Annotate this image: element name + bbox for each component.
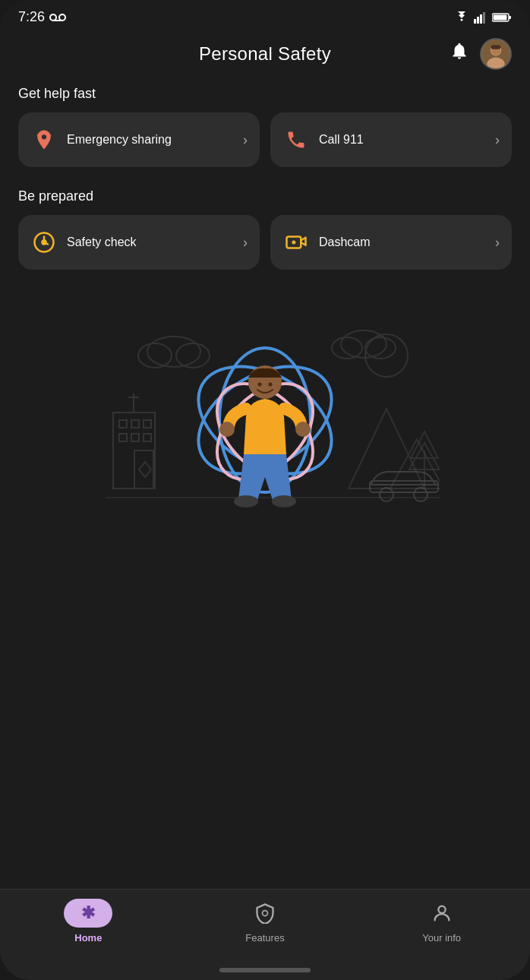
svg-rect-2 xyxy=(53,20,62,21)
svg-point-1 xyxy=(59,14,65,21)
svg-point-53 xyxy=(234,495,258,507)
svg-rect-8 xyxy=(509,16,511,19)
svg-point-54 xyxy=(272,495,296,507)
svg-point-24 xyxy=(176,343,210,368)
main-content: Get help fast xyxy=(0,80,530,889)
svg-point-51 xyxy=(219,422,235,437)
emergency-sharing-card[interactable]: Emergency sharing › xyxy=(18,112,260,167)
svg-point-56 xyxy=(269,383,273,387)
svg-point-21 xyxy=(292,241,295,245)
svg-rect-6 xyxy=(483,12,485,24)
phone-screen: 7:26 xyxy=(0,0,530,980)
emergency-sharing-chevron: › xyxy=(243,132,248,148)
svg-rect-3 xyxy=(474,19,476,24)
be-prepared-cards: Safety check › Dashcam xyxy=(18,215,512,270)
dashcam-label: Dashcam xyxy=(319,236,371,248)
your-info-nav-label: Your info xyxy=(422,932,461,944)
emergency-sharing-label: Emergency sharing xyxy=(67,133,172,146)
call-911-text: Call 911 xyxy=(319,132,486,148)
dashcam-chevron: › xyxy=(495,235,500,251)
illustration-area xyxy=(18,291,512,549)
home-icon-wrap: ✱ xyxy=(64,899,112,928)
be-prepared-label: Be prepared xyxy=(18,188,512,204)
avatar[interactable] xyxy=(480,38,512,70)
svg-rect-31 xyxy=(131,420,139,428)
signal-icon xyxy=(474,11,487,24)
svg-rect-30 xyxy=(119,420,127,428)
call-911-card[interactable]: Call 911 › xyxy=(270,112,512,167)
safety-check-card[interactable]: Safety check › xyxy=(18,215,260,270)
hero-illustration xyxy=(90,291,440,549)
emergency-sharing-text: Emergency sharing xyxy=(67,132,234,148)
notifications-icon[interactable] xyxy=(450,41,469,67)
svg-rect-4 xyxy=(477,17,479,24)
time-display: 7:26 xyxy=(18,9,45,25)
emergency-location-icon xyxy=(30,126,58,153)
header-actions xyxy=(450,38,512,70)
your-info-icon-wrap xyxy=(418,899,466,928)
svg-point-42 xyxy=(414,488,427,501)
svg-point-41 xyxy=(380,488,393,501)
person-icon xyxy=(431,903,453,924)
svg-rect-32 xyxy=(144,420,151,428)
dashcam-card[interactable]: Dashcam › xyxy=(270,215,512,270)
safety-check-label: Safety check xyxy=(67,236,137,248)
svg-rect-14 xyxy=(491,45,501,49)
svg-point-15 xyxy=(42,134,46,139)
home-indicator-container xyxy=(0,965,530,980)
bottom-navigation: ✱ Home Features Your info xyxy=(0,889,530,965)
svg-point-27 xyxy=(365,337,396,359)
features-icon-wrap xyxy=(241,899,289,928)
app-title: Personal Safety xyxy=(199,43,331,65)
app-header: Personal Safety xyxy=(0,31,530,80)
svg-rect-9 xyxy=(494,14,507,20)
get-help-section: Get help fast xyxy=(18,86,512,167)
svg-point-22 xyxy=(147,337,200,367)
nav-item-your-info[interactable]: Your info xyxy=(353,899,530,944)
features-nav-label: Features xyxy=(245,932,284,944)
safety-check-chevron: › xyxy=(243,235,248,251)
safety-check-text: Safety check xyxy=(67,235,234,251)
svg-point-57 xyxy=(263,911,268,916)
svg-rect-5 xyxy=(480,14,482,24)
safety-check-icon xyxy=(30,229,58,256)
call-911-label: Call 911 xyxy=(319,133,364,146)
svg-point-55 xyxy=(258,383,262,387)
get-help-cards: Emergency sharing › Call 911 › xyxy=(18,112,512,167)
svg-point-23 xyxy=(138,343,172,368)
shield-icon xyxy=(254,903,276,924)
nav-item-home[interactable]: ✱ Home xyxy=(0,899,177,944)
svg-point-25 xyxy=(341,330,386,358)
be-prepared-section: Be prepared Safety check xyxy=(18,188,512,270)
voicemail-icon xyxy=(49,13,66,22)
status-icons xyxy=(454,11,512,24)
call-911-chevron: › xyxy=(495,132,500,148)
nav-item-features[interactable]: Features xyxy=(177,899,354,944)
svg-rect-35 xyxy=(144,434,151,441)
wifi-icon xyxy=(454,11,469,24)
svg-point-58 xyxy=(438,906,445,913)
svg-point-52 xyxy=(295,422,311,437)
battery-icon xyxy=(492,12,512,23)
get-help-label: Get help fast xyxy=(18,86,512,102)
home-indicator xyxy=(219,968,311,972)
status-bar: 7:26 xyxy=(0,0,530,31)
asterisk-icon: ✱ xyxy=(81,903,95,923)
dashcam-icon xyxy=(282,229,310,256)
svg-point-0 xyxy=(50,14,56,21)
phone-icon xyxy=(282,126,310,153)
svg-point-26 xyxy=(332,337,362,359)
avatar-image xyxy=(481,40,510,68)
svg-rect-34 xyxy=(131,434,139,441)
home-nav-label: Home xyxy=(74,932,102,944)
dashcam-text: Dashcam xyxy=(319,235,486,251)
status-time: 7:26 xyxy=(18,9,66,25)
svg-rect-33 xyxy=(119,434,127,441)
